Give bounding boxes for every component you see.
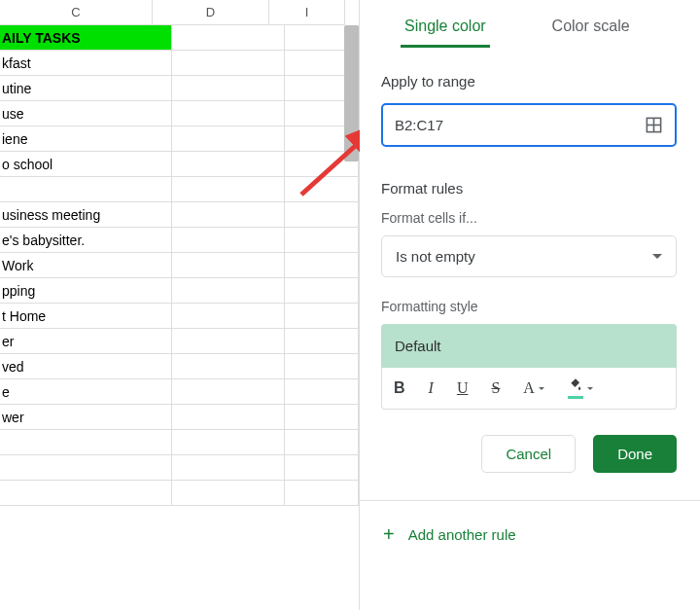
- cell[interactable]: [285, 304, 359, 329]
- table-row[interactable]: ved: [0, 354, 359, 379]
- cell[interactable]: utine: [0, 76, 172, 101]
- cell[interactable]: [285, 379, 359, 405]
- cell[interactable]: [172, 354, 285, 379]
- cell[interactable]: [172, 25, 285, 51]
- table-row[interactable]: e: [0, 379, 359, 405]
- cell[interactable]: [172, 228, 285, 253]
- tab-color-scale[interactable]: Color scale: [548, 10, 634, 48]
- cell[interactable]: [285, 405, 359, 430]
- table-row[interactable]: use: [0, 101, 359, 126]
- paint-bucket-icon: [568, 377, 583, 391]
- text-color-button[interactable]: A: [523, 379, 544, 397]
- cell[interactable]: wer: [0, 405, 172, 430]
- table-row[interactable]: [0, 481, 359, 506]
- table-row[interactable]: e's babysitter.: [0, 228, 359, 253]
- table-row[interactable]: [0, 455, 359, 481]
- cell[interactable]: use: [0, 101, 172, 126]
- tab-single-color[interactable]: Single color: [401, 10, 490, 48]
- cell[interactable]: [172, 405, 285, 430]
- cell[interactable]: [172, 126, 285, 152]
- cell[interactable]: o school: [0, 152, 172, 177]
- grid-select-icon[interactable]: [645, 116, 663, 134]
- cell[interactable]: [172, 76, 285, 101]
- table-row[interactable]: utine: [0, 76, 359, 101]
- cell[interactable]: [172, 177, 285, 202]
- cell[interactable]: t Home: [0, 304, 172, 329]
- cell[interactable]: iene: [0, 126, 172, 152]
- condition-dropdown[interactable]: Is not empty: [381, 235, 677, 277]
- conditional-formatting-panel: Single color Color scale Apply to range …: [360, 0, 700, 610]
- cell[interactable]: [285, 228, 359, 253]
- cell[interactable]: [172, 481, 285, 506]
- cell[interactable]: [285, 253, 359, 278]
- style-preview[interactable]: Default: [381, 324, 677, 368]
- cell[interactable]: [285, 354, 359, 379]
- spreadsheet-area[interactable]: C D I AILY TASKSkfastutineuseieneo schoo…: [0, 0, 360, 610]
- chevron-down-icon: [652, 254, 662, 259]
- cell[interactable]: usiness meeting: [0, 202, 172, 228]
- cell[interactable]: er: [0, 329, 172, 354]
- column-header-i[interactable]: I: [269, 0, 345, 25]
- cell[interactable]: [285, 329, 359, 354]
- table-row[interactable]: AILY TASKS: [0, 25, 359, 51]
- cell[interactable]: [172, 278, 285, 304]
- cell[interactable]: pping: [0, 278, 172, 304]
- cell[interactable]: kfast: [0, 51, 172, 76]
- cell[interactable]: [285, 202, 359, 228]
- table-row[interactable]: Work: [0, 253, 359, 278]
- cell[interactable]: [285, 481, 359, 506]
- table-row[interactable]: er: [0, 329, 359, 354]
- cell[interactable]: [285, 177, 359, 202]
- cell[interactable]: [172, 379, 285, 405]
- fill-color-button[interactable]: [568, 377, 593, 399]
- table-row[interactable]: usiness meeting: [0, 202, 359, 228]
- cell[interactable]: [172, 253, 285, 278]
- cell[interactable]: [0, 177, 172, 202]
- underline-button[interactable]: U: [457, 379, 469, 397]
- format-rules-label: Format rules: [381, 180, 677, 197]
- cell[interactable]: [172, 101, 285, 126]
- column-header-d[interactable]: D: [153, 0, 269, 25]
- table-row[interactable]: [0, 430, 359, 455]
- cell[interactable]: [172, 430, 285, 455]
- cell[interactable]: [285, 455, 359, 481]
- cell[interactable]: [0, 430, 172, 455]
- table-row[interactable]: iene: [0, 126, 359, 152]
- cell[interactable]: e: [0, 379, 172, 405]
- table-row[interactable]: t Home: [0, 304, 359, 329]
- table-row[interactable]: [0, 177, 359, 202]
- cell[interactable]: AILY TASKS: [0, 25, 172, 51]
- style-toolbar: B I U S A: [381, 368, 677, 410]
- table-row[interactable]: o school: [0, 152, 359, 177]
- table-row[interactable]: kfast: [0, 51, 359, 76]
- cell[interactable]: [172, 202, 285, 228]
- range-input[interactable]: [395, 117, 645, 133]
- column-header-c[interactable]: C: [0, 0, 153, 25]
- cell[interactable]: [172, 51, 285, 76]
- cell[interactable]: [285, 430, 359, 455]
- bold-button[interactable]: B: [394, 379, 405, 397]
- cell[interactable]: [172, 152, 285, 177]
- cell[interactable]: ved: [0, 354, 172, 379]
- table-row[interactable]: wer: [0, 405, 359, 430]
- cancel-button[interactable]: Cancel: [481, 435, 576, 473]
- add-rule-label: Add another rule: [408, 526, 516, 543]
- table-row[interactable]: pping: [0, 278, 359, 304]
- cell[interactable]: e's babysitter.: [0, 228, 172, 253]
- cell[interactable]: [172, 329, 285, 354]
- range-input-container[interactable]: [381, 103, 677, 147]
- cell[interactable]: Work: [0, 253, 172, 278]
- strikethrough-button[interactable]: S: [491, 379, 500, 397]
- cell[interactable]: [172, 304, 285, 329]
- vertical-scrollbar[interactable]: [344, 25, 359, 161]
- done-button[interactable]: Done: [593, 435, 677, 473]
- cell[interactable]: [285, 278, 359, 304]
- apply-range-label: Apply to range: [381, 73, 677, 90]
- cell[interactable]: [172, 455, 285, 481]
- cell[interactable]: [0, 481, 172, 506]
- divider: [360, 500, 700, 501]
- cell[interactable]: [0, 455, 172, 481]
- plus-icon: +: [383, 524, 395, 544]
- italic-button[interactable]: I: [429, 379, 434, 397]
- add-another-rule-button[interactable]: + Add another rule: [381, 520, 677, 548]
